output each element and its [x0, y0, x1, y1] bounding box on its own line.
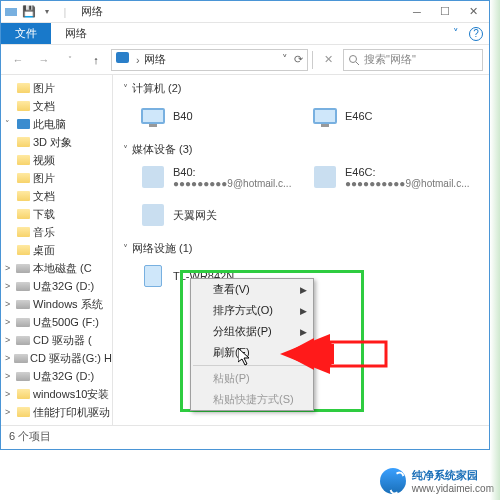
breadcrumb[interactable]: › 网络 ˅ ⟳	[111, 49, 308, 71]
nav-back-button[interactable]: ←	[7, 49, 29, 71]
list-item[interactable]: E46C:●●●●●●●●●●9@hotmail.c...	[311, 161, 471, 193]
tree-item[interactable]: >U盘32G (D:)	[1, 277, 112, 295]
tree-item-label: 音乐	[33, 225, 55, 240]
menu-item-label: 分组依据(P)	[213, 324, 272, 339]
media-icon	[139, 201, 167, 229]
tree-item[interactable]: 文档	[1, 187, 112, 205]
tree-expand-icon[interactable]: >	[5, 335, 15, 345]
tree-expand-icon[interactable]: >	[5, 263, 15, 273]
tree-item[interactable]: 3D 对象	[1, 133, 112, 151]
qat-icon[interactable]: 💾	[21, 4, 37, 20]
tree-item[interactable]: >本地磁盘 (C	[1, 259, 112, 277]
tree-expand-icon[interactable]: >	[5, 281, 15, 291]
menu-item[interactable]: 刷新(E)	[191, 342, 313, 363]
close-button[interactable]: ✕	[459, 2, 487, 22]
menu-item[interactable]: 分组依据(P)▶	[191, 321, 313, 342]
content-group: ˅媒体设备 (3)B40:●●●●●●●●●9@hotmail.c...E46C…	[123, 142, 479, 231]
tree-expand-icon[interactable]: ˅	[5, 119, 15, 129]
drv-icon	[15, 279, 31, 293]
chevron-down-icon: ˅	[123, 83, 128, 94]
tree-item[interactable]: 图片	[1, 79, 112, 97]
tree-item[interactable]: >Windows 系统	[1, 295, 112, 313]
ribbon-expand-icon[interactable]: ˅	[453, 27, 459, 40]
tree-item[interactable]: 图片	[1, 169, 112, 187]
list-item[interactable]: B40	[139, 100, 299, 132]
item-subtitle: ●●●●●●●●●●9@hotmail.c...	[345, 178, 469, 189]
search-icon	[348, 54, 360, 66]
tree-expand-icon[interactable]: >	[5, 389, 15, 399]
tree-item[interactable]: >CD 驱动器(G:) H	[1, 349, 112, 367]
router-icon	[139, 262, 167, 290]
chevron-down-icon: ˅	[123, 144, 128, 155]
tree-item-label: CD 驱动器 (	[33, 333, 92, 348]
minimize-button[interactable]: ─	[403, 2, 431, 22]
tree-item[interactable]: >U盘32G (D:)	[1, 367, 112, 385]
svg-point-1	[350, 55, 357, 62]
group-header[interactable]: ˅网络设施 (1)	[123, 241, 479, 256]
tree-item[interactable]: 下载	[1, 205, 112, 223]
tree-item[interactable]: 文档	[1, 97, 112, 115]
nav-forward-button[interactable]: →	[33, 49, 55, 71]
status-item-count: 6 个项目	[9, 429, 51, 444]
item-subtitle: ●●●●●●●●●9@hotmail.c...	[173, 178, 291, 189]
tree-item[interactable]: >U盘500G (F:)	[1, 421, 112, 425]
tree-item[interactable]: >佳能打印机驱动	[1, 403, 112, 421]
qat-dropdown-icon[interactable]: ▾	[39, 4, 55, 20]
tab-network[interactable]: 网络	[51, 23, 101, 44]
context-menu[interactable]: 查看(V)▶排序方式(O)▶分组依据(P)▶刷新(E)粘贴(P)粘贴快捷方式(S…	[190, 278, 314, 411]
tree-expand-icon[interactable]: >	[5, 407, 15, 417]
menu-item-label: 排序方式(O)	[213, 303, 273, 318]
menu-item: 粘贴(P)	[191, 368, 313, 389]
tree-expand-icon[interactable]: >	[5, 371, 15, 381]
address-close-icon[interactable]: ✕	[317, 49, 339, 71]
tree-item[interactable]: >windows10安装	[1, 385, 112, 403]
tree-item-label: 3D 对象	[33, 135, 72, 150]
nav-recent-dropdown[interactable]: ˅	[59, 49, 81, 71]
tree-expand-icon[interactable]: >	[5, 317, 15, 327]
breadcrumb-dropdown-icon[interactable]: ˅	[282, 53, 288, 66]
tree-item[interactable]: >U盘500G (F:)	[1, 313, 112, 331]
svg-line-2	[356, 62, 359, 65]
svg-rect-0	[5, 8, 17, 16]
tree-item[interactable]: 桌面	[1, 241, 112, 259]
group-header[interactable]: ˅媒体设备 (3)	[123, 142, 479, 157]
drv-icon	[15, 423, 31, 425]
group-title: 网络设施 (1)	[132, 241, 193, 256]
submenu-arrow-icon: ▶	[300, 306, 307, 316]
tree-item-label: 图片	[33, 81, 55, 96]
maximize-button[interactable]: ☐	[431, 2, 459, 22]
tree-expand-icon[interactable]: >	[5, 299, 15, 309]
refresh-icon[interactable]: ⟳	[294, 53, 303, 66]
tab-file[interactable]: 文件	[1, 23, 51, 44]
menu-item[interactable]: 查看(V)▶	[191, 279, 313, 300]
tree-item-label: 图片	[33, 171, 55, 186]
tree-item[interactable]: ˅此电脑	[1, 115, 112, 133]
breadcrumb-segment[interactable]: 网络	[140, 52, 170, 67]
menu-item-label: 刷新(E)	[213, 345, 250, 360]
search-input[interactable]: 搜索"网络"	[343, 49, 483, 71]
menu-item[interactable]: 排序方式(O)▶	[191, 300, 313, 321]
media-icon	[139, 163, 167, 191]
tree-expand-icon[interactable]: >	[5, 353, 14, 363]
item-title: E46C:	[345, 166, 469, 178]
list-item[interactable]: B40:●●●●●●●●●9@hotmail.c...	[139, 161, 299, 193]
app-icon	[3, 4, 19, 20]
fold-icon	[15, 387, 31, 401]
nav-up-button[interactable]: ↑	[85, 49, 107, 71]
group-header[interactable]: ˅计算机 (2)	[123, 81, 479, 96]
tree-item-label: U盘500G (F:)	[33, 315, 99, 330]
item-title: 天翼网关	[173, 208, 217, 223]
tree-item-label: Windows 系统	[33, 297, 103, 312]
group-title: 计算机 (2)	[132, 81, 182, 96]
fold-icon	[15, 189, 31, 203]
tree-item[interactable]: 视频	[1, 151, 112, 169]
tree-item[interactable]: >CD 驱动器 (	[1, 331, 112, 349]
help-icon[interactable]: ?	[469, 27, 483, 41]
tree-item[interactable]: 音乐	[1, 223, 112, 241]
list-item[interactable]: 天翼网关	[139, 199, 299, 231]
nav-tree[interactable]: 图片文档˅此电脑3D 对象视频图片文档下载音乐桌面>本地磁盘 (C>U盘32G …	[1, 75, 113, 425]
watermark-url: www.yidaimei.com	[412, 483, 494, 494]
list-item[interactable]: E46C	[311, 100, 471, 132]
drv-icon	[15, 333, 31, 347]
menu-item-label: 粘贴(P)	[213, 371, 250, 386]
